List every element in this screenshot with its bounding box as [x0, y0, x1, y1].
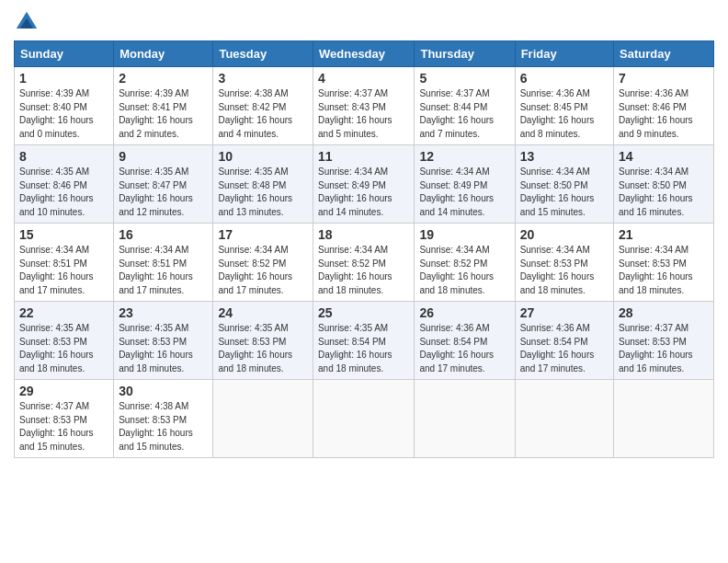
- day-number: 8: [19, 149, 108, 164]
- column-header-sunday: Sunday: [15, 41, 114, 67]
- column-header-tuesday: Tuesday: [213, 41, 313, 67]
- calendar-cell: 19Sunrise: 4:34 AMSunset: 8:52 PMDayligh…: [415, 224, 515, 302]
- calendar-week-row: 29Sunrise: 4:37 AMSunset: 8:53 PMDayligh…: [15, 380, 714, 458]
- day-info: Sunrise: 4:37 AMSunset: 8:53 PMDaylight:…: [619, 322, 709, 375]
- calendar-cell: 21Sunrise: 4:34 AMSunset: 8:53 PMDayligh…: [614, 224, 714, 302]
- column-header-monday: Monday: [114, 41, 213, 67]
- day-number: 23: [119, 305, 208, 320]
- calendar-cell: 15Sunrise: 4:34 AMSunset: 8:51 PMDayligh…: [15, 224, 114, 302]
- day-info: Sunrise: 4:34 AMSunset: 8:50 PMDaylight:…: [520, 166, 609, 219]
- day-number: 12: [419, 149, 509, 164]
- day-number: 7: [619, 71, 709, 86]
- day-info: Sunrise: 4:34 AMSunset: 8:52 PMDaylight:…: [218, 244, 308, 297]
- calendar-cell: 10Sunrise: 4:35 AMSunset: 8:48 PMDayligh…: [213, 145, 313, 224]
- calendar-cell: 3Sunrise: 4:38 AMSunset: 8:42 PMDaylight…: [213, 67, 313, 145]
- day-info: Sunrise: 4:35 AMSunset: 8:53 PMDaylight:…: [218, 322, 308, 375]
- day-info: Sunrise: 4:36 AMSunset: 8:46 PMDaylight:…: [619, 87, 709, 141]
- calendar-cell: 7Sunrise: 4:36 AMSunset: 8:46 PMDaylight…: [614, 67, 714, 145]
- calendar-cell: 30Sunrise: 4:38 AMSunset: 8:53 PMDayligh…: [114, 380, 213, 458]
- calendar-cell: [213, 380, 313, 458]
- day-number: 4: [318, 71, 409, 86]
- day-number: 27: [520, 305, 609, 320]
- calendar-cell: 4Sunrise: 4:37 AMSunset: 8:43 PMDaylight…: [313, 67, 415, 145]
- calendar-cell: 12Sunrise: 4:34 AMSunset: 8:49 PMDayligh…: [415, 145, 515, 224]
- calendar-cell: 16Sunrise: 4:34 AMSunset: 8:51 PMDayligh…: [114, 224, 213, 302]
- day-info: Sunrise: 4:36 AMSunset: 8:45 PMDaylight:…: [520, 87, 609, 141]
- day-number: 25: [318, 305, 409, 320]
- day-info: Sunrise: 4:38 AMSunset: 8:53 PMDaylight:…: [119, 400, 208, 454]
- day-number: 29: [19, 384, 108, 398]
- day-info: Sunrise: 4:35 AMSunset: 8:54 PMDaylight:…: [318, 322, 409, 375]
- day-info: Sunrise: 4:37 AMSunset: 8:53 PMDaylight:…: [19, 400, 108, 454]
- day-info: Sunrise: 4:35 AMSunset: 8:47 PMDaylight:…: [119, 166, 208, 219]
- day-info: Sunrise: 4:34 AMSunset: 8:52 PMDaylight:…: [419, 244, 509, 297]
- calendar-cell: 6Sunrise: 4:36 AMSunset: 8:45 PMDaylight…: [515, 67, 613, 145]
- day-number: 19: [419, 227, 509, 242]
- day-number: 16: [119, 227, 208, 242]
- calendar-cell: 5Sunrise: 4:37 AMSunset: 8:44 PMDaylight…: [415, 67, 515, 145]
- calendar-cell: 11Sunrise: 4:34 AMSunset: 8:49 PMDayligh…: [313, 145, 415, 224]
- day-number: 14: [619, 149, 709, 164]
- day-info: Sunrise: 4:34 AMSunset: 8:53 PMDaylight:…: [619, 244, 709, 297]
- day-number: 10: [218, 149, 308, 164]
- day-info: Sunrise: 4:34 AMSunset: 8:50 PMDaylight:…: [619, 166, 709, 219]
- calendar-cell: 24Sunrise: 4:35 AMSunset: 8:53 PMDayligh…: [213, 302, 313, 380]
- day-number: 6: [520, 71, 609, 86]
- calendar-cell: 17Sunrise: 4:34 AMSunset: 8:52 PMDayligh…: [213, 224, 313, 302]
- day-info: Sunrise: 4:35 AMSunset: 8:53 PMDaylight:…: [119, 322, 208, 375]
- day-info: Sunrise: 4:36 AMSunset: 8:54 PMDaylight:…: [419, 322, 509, 375]
- day-number: 26: [419, 305, 509, 320]
- day-info: Sunrise: 4:34 AMSunset: 8:49 PMDaylight:…: [318, 166, 409, 219]
- day-number: 18: [318, 227, 409, 242]
- page-header: [14, 9, 714, 35]
- calendar-cell: 20Sunrise: 4:34 AMSunset: 8:53 PMDayligh…: [515, 224, 613, 302]
- day-info: Sunrise: 4:38 AMSunset: 8:42 PMDaylight:…: [218, 87, 308, 141]
- calendar-week-row: 15Sunrise: 4:34 AMSunset: 8:51 PMDayligh…: [15, 224, 714, 302]
- calendar-cell: 25Sunrise: 4:35 AMSunset: 8:54 PMDayligh…: [313, 302, 415, 380]
- day-info: Sunrise: 4:35 AMSunset: 8:53 PMDaylight:…: [19, 322, 108, 375]
- day-number: 17: [218, 227, 308, 242]
- calendar-header-row: SundayMondayTuesdayWednesdayThursdayFrid…: [15, 41, 714, 67]
- calendar-cell: 22Sunrise: 4:35 AMSunset: 8:53 PMDayligh…: [15, 302, 114, 380]
- column-header-wednesday: Wednesday: [313, 41, 415, 67]
- calendar-cell: [515, 380, 613, 458]
- calendar-cell: 1Sunrise: 4:39 AMSunset: 8:40 PMDaylight…: [15, 67, 114, 145]
- day-number: 22: [19, 305, 108, 320]
- day-number: 9: [119, 149, 208, 164]
- day-info: Sunrise: 4:34 AMSunset: 8:53 PMDaylight:…: [520, 244, 609, 297]
- day-info: Sunrise: 4:34 AMSunset: 8:49 PMDaylight:…: [419, 166, 509, 219]
- calendar-cell: 28Sunrise: 4:37 AMSunset: 8:53 PMDayligh…: [614, 302, 714, 380]
- calendar-cell: 29Sunrise: 4:37 AMSunset: 8:53 PMDayligh…: [15, 380, 114, 458]
- calendar-cell: 13Sunrise: 4:34 AMSunset: 8:50 PMDayligh…: [515, 145, 613, 224]
- calendar-cell: 27Sunrise: 4:36 AMSunset: 8:54 PMDayligh…: [515, 302, 613, 380]
- day-info: Sunrise: 4:34 AMSunset: 8:51 PMDaylight:…: [119, 244, 208, 297]
- day-info: Sunrise: 4:36 AMSunset: 8:54 PMDaylight:…: [520, 322, 609, 375]
- column-header-friday: Friday: [515, 41, 613, 67]
- calendar-cell: [415, 380, 515, 458]
- calendar-cell: 23Sunrise: 4:35 AMSunset: 8:53 PMDayligh…: [114, 302, 213, 380]
- calendar-week-row: 8Sunrise: 4:35 AMSunset: 8:46 PMDaylight…: [15, 145, 714, 224]
- day-number: 30: [119, 384, 208, 398]
- day-number: 2: [119, 71, 208, 86]
- day-info: Sunrise: 4:35 AMSunset: 8:48 PMDaylight:…: [218, 166, 308, 219]
- calendar-cell: [614, 380, 714, 458]
- day-info: Sunrise: 4:34 AMSunset: 8:52 PMDaylight:…: [318, 244, 409, 297]
- day-number: 21: [619, 227, 709, 242]
- calendar-table: SundayMondayTuesdayWednesdayThursdayFrid…: [14, 40, 714, 458]
- day-number: 5: [419, 71, 509, 86]
- day-number: 28: [619, 305, 709, 320]
- column-header-saturday: Saturday: [614, 41, 714, 67]
- logo-icon: [14, 9, 40, 35]
- day-number: 20: [520, 227, 609, 242]
- day-info: Sunrise: 4:39 AMSunset: 8:41 PMDaylight:…: [119, 87, 208, 141]
- calendar-cell: 18Sunrise: 4:34 AMSunset: 8:52 PMDayligh…: [313, 224, 415, 302]
- calendar-cell: 14Sunrise: 4:34 AMSunset: 8:50 PMDayligh…: [614, 145, 714, 224]
- calendar-cell: [313, 380, 415, 458]
- column-header-thursday: Thursday: [415, 41, 515, 67]
- day-number: 24: [218, 305, 308, 320]
- day-number: 11: [318, 149, 409, 164]
- day-number: 1: [19, 71, 108, 86]
- day-number: 3: [218, 71, 308, 86]
- day-info: Sunrise: 4:34 AMSunset: 8:51 PMDaylight:…: [19, 244, 108, 297]
- calendar-cell: 9Sunrise: 4:35 AMSunset: 8:47 PMDaylight…: [114, 145, 213, 224]
